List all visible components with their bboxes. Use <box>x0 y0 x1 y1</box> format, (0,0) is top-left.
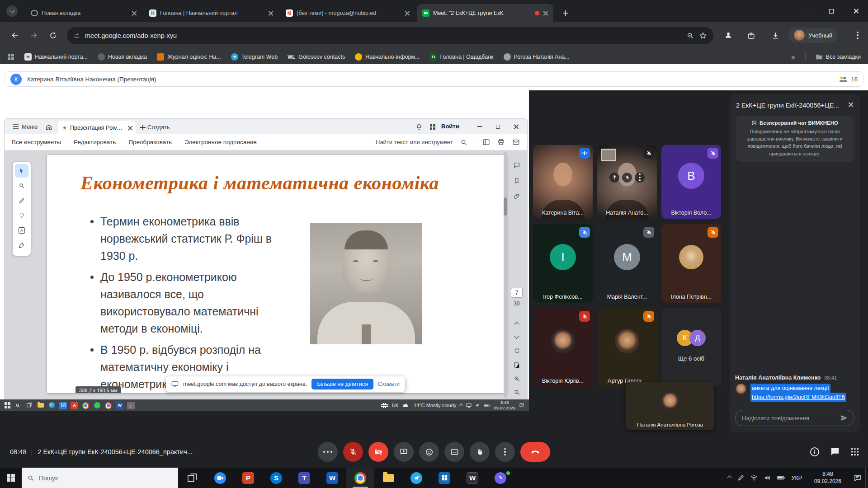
zoom-indicator-icon[interactable] <box>686 32 694 40</box>
bookmark-item[interactable]: Журнал оцінок: На... <box>157 53 221 61</box>
participant-tile[interactable]: Наталія Анато... <box>597 145 657 219</box>
info-icon[interactable] <box>809 446 820 457</box>
window-minimize-button[interactable] <box>795 0 819 22</box>
rotate-icon[interactable] <box>511 345 523 357</box>
zoom-in-icon[interactable] <box>511 373 523 385</box>
bookmark-item[interactable]: Новая вкладка <box>98 53 147 61</box>
bookmarks-icon[interactable] <box>511 175 523 187</box>
viber-icon[interactable] <box>486 468 514 488</box>
captions-button[interactable] <box>444 442 464 462</box>
weather-widget[interactable]: -14°C Mostly cloudy <box>412 403 457 408</box>
search-input[interactable] <box>39 474 173 482</box>
acrobat-close-button[interactable] <box>507 119 524 134</box>
send-icon[interactable] <box>838 412 850 424</box>
sign-in-button[interactable]: Войти <box>441 123 459 130</box>
hide-notice-link[interactable]: Сховати <box>378 381 400 387</box>
acrobat-minimize-button[interactable] <box>471 119 488 134</box>
new-tab-button[interactable] <box>560 7 571 19</box>
share-email-icon[interactable] <box>512 138 520 146</box>
page-up-icon[interactable] <box>511 319 523 330</box>
end-call-button[interactable] <box>520 442 550 462</box>
message-link[interactable]: https://forms.gle/2jucRFMK9tGqoflT6 <box>750 393 846 402</box>
participant-tile[interactable]: Артур Гарсєк... <box>597 308 657 387</box>
url-text[interactable]: meet.google.com/ado-xenp-xyu <box>85 32 682 39</box>
present-button[interactable] <box>394 442 414 462</box>
back-button[interactable] <box>7 28 23 43</box>
task-view-button[interactable] <box>178 468 206 488</box>
find-label[interactable]: Найти текст или инструмент <box>376 139 453 145</box>
whatsapp-icon[interactable] <box>93 402 101 409</box>
tab-search-button[interactable] <box>6 5 18 17</box>
bookmark-item[interactable]: Рогоза Наталія Ана... <box>504 53 570 61</box>
apps-grid-icon[interactable] <box>428 122 438 132</box>
document-tab[interactable]: Презентация Power... <box>58 121 136 134</box>
activities-grid-icon[interactable] <box>850 447 860 457</box>
scrollbar-thumb[interactable] <box>504 197 507 216</box>
teams-icon[interactable]: T <box>290 468 318 488</box>
file-explorer-icon[interactable] <box>374 468 402 488</box>
attachments-icon[interactable] <box>511 190 523 202</box>
home-icon[interactable] <box>43 122 54 132</box>
self-view-tile[interactable]: Наталія Анатоліївна Рогоза <box>626 382 714 430</box>
w-app-icon[interactable]: W <box>458 468 486 488</box>
all-tools-button[interactable]: Все инструменты <box>12 139 61 145</box>
mic-button[interactable] <box>343 442 363 462</box>
chat-input[interactable] <box>742 415 834 422</box>
bookmark-star-icon[interactable] <box>699 32 707 40</box>
edge-icon[interactable] <box>48 402 56 409</box>
chrome-icon[interactable] <box>82 402 90 409</box>
search-icon[interactable] <box>460 139 467 146</box>
more-options-icon[interactable] <box>635 173 645 183</box>
select-tool-icon[interactable] <box>15 164 28 178</box>
browser-tab[interactable]: M (без теми) - nrogoza@nubip.ed <box>280 4 415 22</box>
profile-chip[interactable]: Учебный <box>788 28 838 43</box>
convert-button[interactable]: Преобразовать <box>128 139 172 145</box>
zoom-tool-icon[interactable] <box>15 179 28 192</box>
action-center-icon[interactable] <box>854 474 862 482</box>
page-down-icon[interactable] <box>511 331 523 343</box>
forward-button[interactable] <box>26 28 42 43</box>
create-button[interactable]: Создать <box>140 122 170 132</box>
overflow-tile[interactable]: К Д Ще 6 осіб <box>661 308 721 387</box>
presenter-clock[interactable]: 8:4809.02.2026 <box>494 400 515 411</box>
bookmark-item[interactable]: Telegram Web <box>231 53 278 61</box>
presenter-banner[interactable]: К Катерина Віталіївна Наконечна (Презент… <box>5 71 863 87</box>
edit-button[interactable]: Редактировать <box>74 139 116 145</box>
extensions-puzzle-icon[interactable] <box>743 28 759 43</box>
store-icon[interactable] <box>430 468 458 488</box>
acrobat-active-icon[interactable]: A <box>127 402 135 409</box>
print-icon[interactable] <box>497 138 505 146</box>
language-indicator[interactable]: УКР <box>791 475 802 481</box>
wifi-icon[interactable] <box>750 475 758 481</box>
volume-icon[interactable] <box>764 475 771 481</box>
sign-tool-icon[interactable] <box>15 239 28 252</box>
stop-sharing-button[interactable]: Більше не ділитися <box>311 379 373 389</box>
skype-icon[interactable]: S <box>262 468 290 488</box>
task-view-icon[interactable] <box>25 402 33 409</box>
browser-menu-button[interactable] <box>850 28 865 43</box>
close-icon[interactable] <box>543 11 548 16</box>
window-close-button[interactable] <box>844 0 868 22</box>
pin-icon[interactable] <box>609 173 619 183</box>
participant-tile[interactable]: Катерина Віта... <box>533 145 593 219</box>
raise-hand-button[interactable] <box>470 442 490 462</box>
show-desktop-button[interactable] <box>865 468 868 488</box>
powerpoint-icon[interactable]: P <box>234 468 262 488</box>
acrobat-reader-icon[interactable]: A <box>71 402 78 409</box>
bookmark-item[interactable]: ННавчальний порта... <box>24 53 88 61</box>
zoom-out-icon[interactable] <box>511 386 523 398</box>
all-bookmarks-button[interactable]: Все закладки <box>816 54 861 60</box>
keyboard-layout[interactable]: UK <box>392 403 399 408</box>
acrobat-restore-button[interactable] <box>489 119 506 134</box>
start-icon[interactable] <box>5 402 10 408</box>
close-icon[interactable] <box>848 101 854 109</box>
browser-tab[interactable]: Н Головна | Навчальний портал <box>144 4 278 22</box>
start-button[interactable] <box>0 468 22 488</box>
chrome-icon[interactable] <box>104 402 112 409</box>
more-options-button[interactable] <box>495 442 515 462</box>
notification-icon[interactable] <box>519 403 524 408</box>
reload-button[interactable] <box>45 28 61 43</box>
lasso-tool-icon[interactable] <box>15 209 28 222</box>
participant-tile[interactable]: І Ігор Феліксов... <box>533 224 593 303</box>
text-tool-icon[interactable]: A <box>15 224 28 237</box>
